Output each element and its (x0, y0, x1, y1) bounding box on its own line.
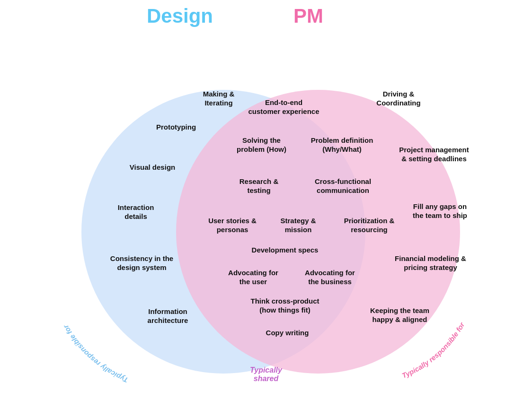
label-copy-writing: Copy writing (252, 329, 323, 338)
label-user-stories: User stories &personas (197, 217, 267, 235)
label-strategy-mission: Strategy &mission (267, 217, 329, 235)
label-development-specs: Development specs (242, 246, 328, 255)
page-container: Design PM Making &Iterating Prototyping … (0, 0, 532, 418)
typically-shared-label: Typicallyshared (250, 366, 282, 383)
design-title: Design (147, 5, 213, 27)
label-making-iterating: Making &Iterating (190, 90, 247, 108)
label-project-management: Project management& setting deadlines (389, 146, 479, 164)
label-problem-definition: Problem definition(Why/What) (303, 136, 381, 154)
label-prioritization: Prioritization &resourcing (334, 217, 405, 235)
svg-text:Typically responsible for: Typically responsible for (401, 321, 467, 380)
pm-title: PM (293, 5, 323, 27)
venn-diagram: Making &Iterating Prototyping Visual des… (53, 28, 479, 383)
label-think-cross-product: Think cross-product(how things fit) (238, 297, 332, 315)
label-solving-problem: Solving theproblem (How) (227, 136, 296, 154)
svg-text:Typically responsible for: Typically responsible for (61, 323, 129, 384)
label-consistency: Consistency in thedesign system (98, 254, 186, 272)
label-driving-coordinating: Driving &Coordinating (361, 90, 436, 108)
label-end-to-end: End-to-endcustomer experience (245, 98, 323, 116)
label-interaction-details: Interactiondetails (100, 203, 171, 221)
label-cross-functional: Cross-functionalcommunication (304, 177, 382, 195)
label-advocating-user: Advocating forthe user (220, 269, 286, 287)
label-fill-any-gaps: Fill any gaps onthe team to ship (399, 202, 481, 220)
label-research-testing: Research &testing (228, 177, 290, 195)
label-financial-modeling: Financial modeling &pricing strategy (384, 254, 477, 272)
label-visual-design: Visual design (119, 163, 186, 172)
label-keeping-team-happy: Keeping the teamhappy & aligned (356, 306, 443, 324)
label-information-architecture: Informationarchitecture (131, 307, 204, 325)
label-advocating-business: Advocating forthe business (294, 269, 365, 287)
label-prototyping: Prototyping (145, 123, 207, 132)
